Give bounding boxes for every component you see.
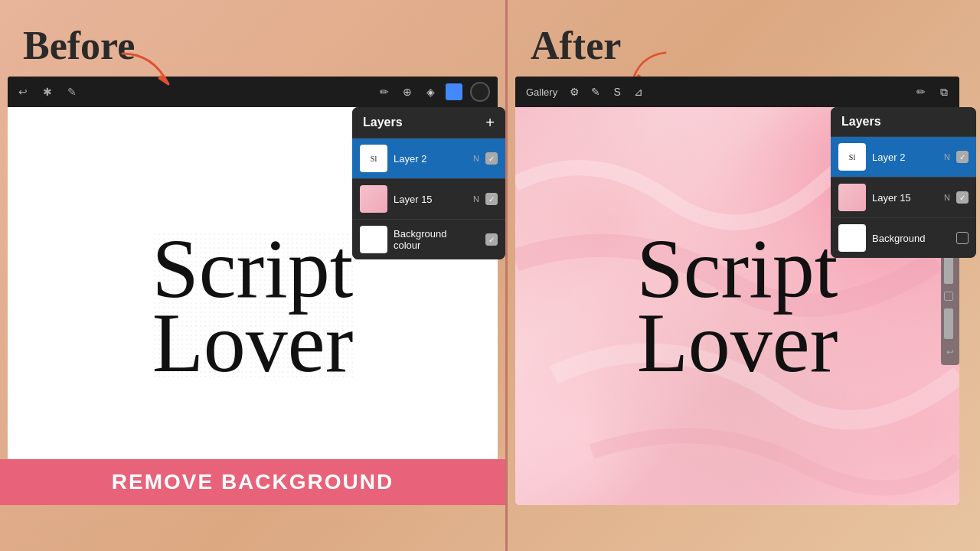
layer-item-bg[interactable]: Background colour	[352, 219, 505, 259]
layer-15-mode: N	[473, 194, 479, 204]
layers-header-before: Layers +	[352, 107, 505, 138]
eraser-icon: ◈	[423, 84, 438, 99]
after-edit-icon: ✎	[588, 84, 603, 99]
bottom-banner-text: REMOVE BACKGROUND	[112, 470, 394, 494]
after-pen-icon: S	[609, 84, 625, 99]
section-divider	[505, 0, 508, 551]
edit-icon: ✱	[40, 84, 55, 99]
add-layer-button[interactable]: +	[485, 115, 495, 130]
script-text-before: Script Lover	[152, 232, 354, 380]
layer-15-thumb	[360, 185, 387, 213]
before-section: Before ↩ ✱ ✎ ✏ ⊕ ◈	[0, 0, 505, 505]
brush-icon: ✏	[377, 84, 392, 99]
before-toolbar: ↩ ✱ ✎ ✏ ⊕ ◈	[8, 77, 498, 107]
after-section: After Gallery ⚙ ✎ S ⊿ ✏ ⧉	[508, 0, 980, 505]
main-container: Before ↩ ✱ ✎ ✏ ⊕ ◈	[0, 0, 980, 551]
after-layer-bg-name: Background	[872, 233, 944, 244]
layers-header-after: Layers	[831, 107, 976, 136]
after-toolbar: Gallery ⚙ ✎ S ⊿ ✏ ⧉	[515, 77, 959, 107]
after-layer-item-2[interactable]: Sl Layer 2 N	[831, 136, 976, 177]
after-brush-icon: ✏	[913, 84, 929, 99]
layer-item-2[interactable]: Sl Layer 2 N	[352, 138, 505, 178]
bottom-banner: REMOVE BACKGROUND	[0, 459, 505, 505]
before-arrow	[107, 46, 199, 107]
color-swatch[interactable]	[446, 83, 462, 100]
layer-15-name: Layer 15	[394, 194, 467, 205]
layer-bg-check[interactable]	[485, 233, 498, 246]
layer-15-check[interactable]	[485, 193, 498, 205]
after-layer-bg-thumb	[838, 224, 866, 252]
layers-panel-before: Layers + Sl Layer 2 N Layer 15 N	[352, 107, 505, 259]
layer-bg-thumb	[360, 226, 387, 253]
smudge-icon: ⊕	[400, 84, 415, 99]
after-layer-bg-check[interactable]	[956, 232, 969, 244]
after-layers-icon: ⧉	[936, 84, 952, 99]
after-settings-icon: ⚙	[567, 84, 582, 99]
layers-panel-after: Layers Sl Layer 2 N Layer 15 N Ba	[831, 107, 976, 258]
after-layer-15-name: Layer 15	[872, 192, 938, 204]
after-layer-2-check[interactable]	[956, 151, 969, 163]
after-label: After	[531, 23, 621, 68]
after-layer-item-15[interactable]: Layer 15 N	[831, 177, 976, 217]
gallery-button[interactable]: Gallery	[523, 86, 560, 98]
after-layer-15-mode: N	[944, 193, 950, 202]
brush-size[interactable]	[470, 82, 490, 102]
after-layer-item-bg[interactable]: Background	[831, 217, 976, 258]
after-layer-2-mode: N	[944, 152, 950, 161]
layer-2-thumb: Sl	[360, 145, 387, 172]
layer-bg-name: Background colour	[394, 228, 473, 251]
layers-title-after: Layers	[841, 115, 881, 129]
pen-icon: ✎	[64, 84, 80, 99]
after-layer-15-check[interactable]	[956, 191, 969, 204]
undo-icon: ↩	[15, 84, 31, 99]
after-layer-15-thumb	[838, 184, 866, 211]
layers-title-before: Layers	[363, 116, 403, 129]
layer-2-mode: N	[473, 154, 479, 163]
after-select-icon: ⊿	[631, 84, 646, 99]
layer-item-15[interactable]: Layer 15 N	[352, 178, 505, 219]
after-layer-2-thumb: Sl	[838, 143, 866, 171]
layer-2-name: Layer 2	[394, 153, 467, 165]
layer-2-check[interactable]	[485, 152, 498, 165]
after-layer-2-name: Layer 2	[872, 152, 938, 163]
